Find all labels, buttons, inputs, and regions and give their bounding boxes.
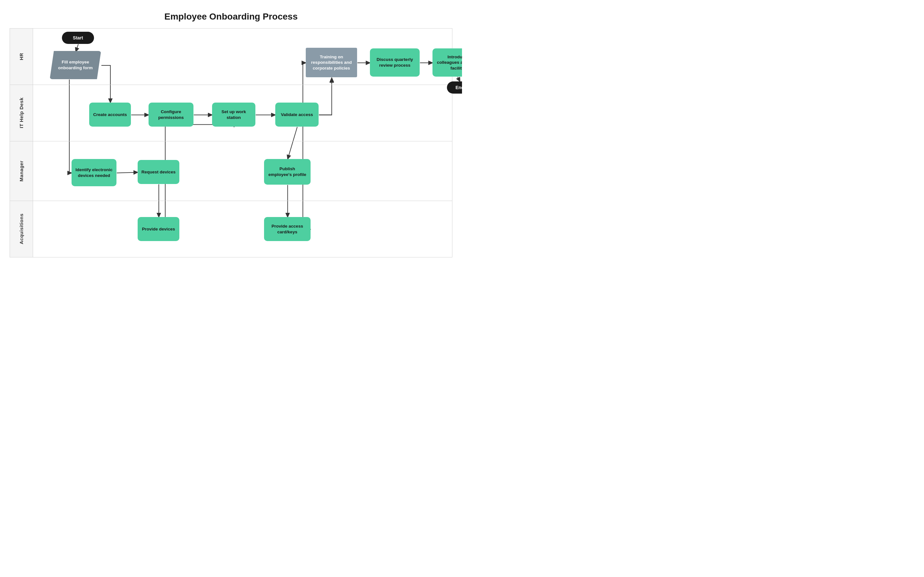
swim-lanes: HR Start Fill employee onboarding form T… xyxy=(10,29,452,257)
identify-devices-node: Identify electronic devices needed xyxy=(71,159,116,186)
lane-label-hr: HR xyxy=(10,29,33,85)
lane-content-hr: Start Fill employee onboarding form Trai… xyxy=(33,29,452,85)
lane-hr: HR Start Fill employee onboarding form T… xyxy=(10,29,452,85)
lane-content-acq: Provide devices Provide access card/keys xyxy=(33,201,452,257)
page-title: Employee Onboarding Process xyxy=(0,0,462,28)
validate-access-node: Validate access xyxy=(275,103,318,127)
training-node: Training on responsibilities and corpora… xyxy=(306,48,357,77)
configure-permissions-node: Configure permissions xyxy=(149,103,194,127)
publish-profile-node: Publish employee's profile xyxy=(264,159,310,185)
lane-label-it: IT Help Desk xyxy=(10,85,33,141)
lane-manager: Manager Identify electronic devices need… xyxy=(10,141,452,201)
lane-content-manager: Identify electronic devices needed Reque… xyxy=(33,141,452,201)
lane-acq: Acquisitions Provide devices Provide acc… xyxy=(10,201,452,257)
request-devices-node: Request devices xyxy=(137,160,179,184)
provide-access-card-node: Provide access card/keys xyxy=(264,217,310,241)
introduce-node: Introduce colleagues and tour facility xyxy=(433,48,462,77)
lane-label-acq: Acquisitions xyxy=(10,201,33,257)
lane-content-it: Create accounts Configure permissions Se… xyxy=(33,85,452,141)
fill-form-node: Fill employee onboarding form xyxy=(50,51,101,79)
diagram-container: HR Start Fill employee onboarding form T… xyxy=(10,28,452,258)
setup-workstation-node: Set up work station xyxy=(212,103,255,127)
start-node: Start xyxy=(62,32,94,44)
provide-devices-node: Provide devices xyxy=(137,217,179,241)
create-accounts-node: Create accounts xyxy=(89,103,131,127)
lane-label-manager: Manager xyxy=(10,141,33,201)
lane-it: IT Help Desk Create accounts Configure p… xyxy=(10,85,452,141)
discuss-quarterly-node: Discuss quarterly review process xyxy=(370,48,420,77)
